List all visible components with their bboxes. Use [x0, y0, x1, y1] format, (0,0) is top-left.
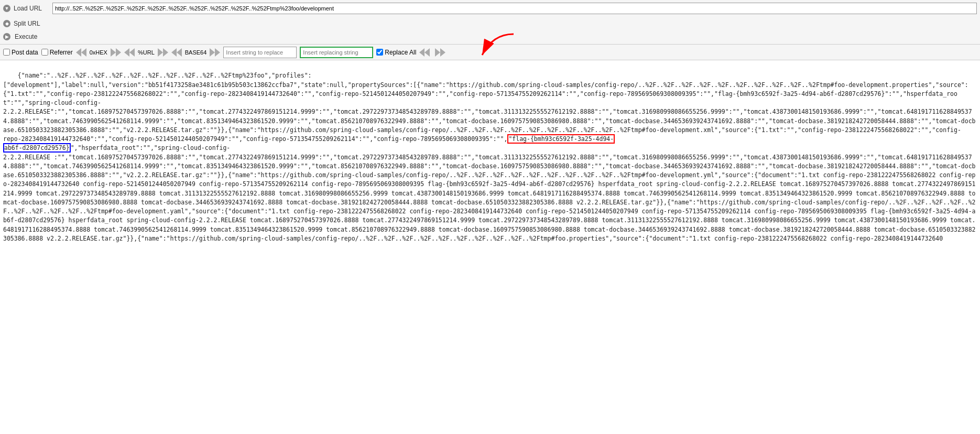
highlighted-flag-value: "flag-{bmh93c6592f-3a25-4d94-	[507, 134, 615, 144]
hex-right-arrow-icon	[111, 48, 116, 57]
referrer-label: Referrer	[50, 49, 73, 56]
split-url-label[interactable]: Split URL	[14, 20, 50, 27]
referrer-checkbox-label[interactable]: Referrer	[41, 49, 73, 56]
url-right-arrow-icon	[158, 48, 163, 57]
replace-all-left-icon2	[424, 48, 430, 57]
base64-left-arrow-btn[interactable]	[171, 48, 182, 57]
app-container: ▼ Load URL ◆ Split URL ▶ Execute Post da…	[0, 0, 980, 434]
base64-right-arrow-icon	[210, 48, 215, 57]
post-data-checkbox[interactable]	[3, 49, 10, 56]
base64-label: BASE64	[185, 49, 207, 56]
url-encode-label: %URL	[138, 49, 155, 56]
hex-left-arrow-btn[interactable]	[76, 48, 86, 57]
insert-string-input[interactable]	[223, 47, 297, 58]
content-text: {"name":"..%2F..%2F..%2F..%2F..%2F..%2F.…	[3, 72, 976, 242]
base64-right-arrow-btn[interactable]	[210, 48, 220, 57]
execute-icon: ▶	[3, 33, 10, 40]
post-data-label: Post data	[12, 49, 38, 56]
replace-all-left-btn[interactable]	[419, 48, 430, 57]
referrer-checkbox[interactable]	[41, 49, 48, 56]
post-data-checkbox-label[interactable]: Post data	[3, 49, 38, 56]
hex-right-arrow-icon2	[116, 48, 121, 57]
highlighted-ab6f-value: ab6f-d2807cd29576}	[3, 143, 71, 153]
content-area: {"name":"..%2F..%2F..%2F..%2F..%2F..%2F.…	[0, 60, 980, 434]
hex-left-arrow-icon2	[81, 48, 86, 57]
replace-all-left-icon	[419, 48, 424, 57]
url-left-arrow-icon	[124, 48, 129, 57]
split-url-icon: ◆	[3, 20, 10, 27]
url-right-arrow-btn[interactable]	[158, 48, 168, 57]
hex-label: 0xHEX	[90, 49, 107, 56]
base64-right-arrow-icon2	[215, 48, 220, 57]
url-left-arrow-btn[interactable]	[124, 48, 135, 57]
hex-left-arrow-icon	[76, 48, 81, 57]
red-arrow-indicator	[430, 29, 535, 71]
hex-right-arrow-btn[interactable]	[111, 48, 121, 57]
url-input[interactable]	[52, 3, 977, 14]
load-url-label: Load URL	[14, 5, 50, 12]
load-url-icon: ▼	[3, 5, 10, 12]
load-url-row: ▼ Load URL	[0, 0, 980, 17]
url-left-arrow-icon2	[129, 48, 135, 57]
url-right-arrow-icon2	[163, 48, 168, 57]
replace-all-checkbox-label[interactable]: Replace All	[376, 49, 416, 56]
replace-all-label: Replace All	[385, 49, 416, 56]
insert-replacing-input[interactable]	[300, 47, 373, 58]
replace-all-checkbox[interactable]	[376, 49, 383, 56]
base64-left-arrow-icon	[171, 48, 177, 57]
base64-left-arrow-icon2	[177, 48, 182, 57]
execute-label[interactable]: Execute	[15, 33, 51, 40]
